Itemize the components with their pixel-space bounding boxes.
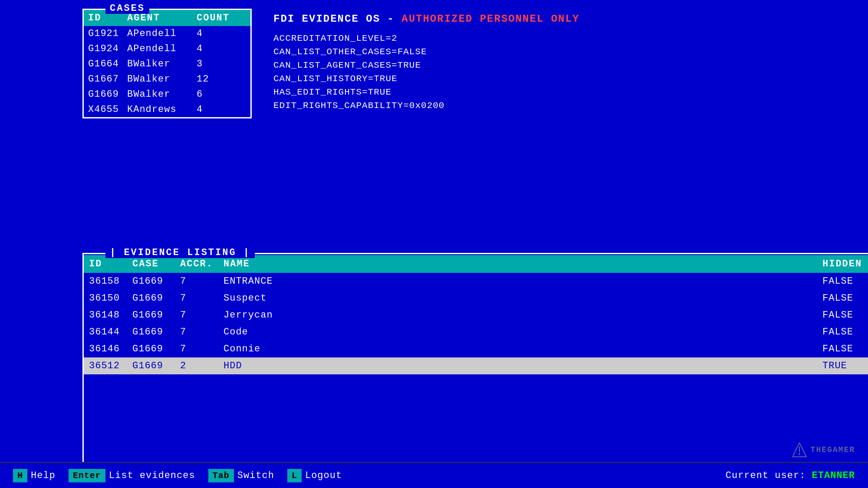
evidence-col-id: ID	[89, 259, 132, 269]
table-row[interactable]: 36150 G1669 7 Suspect FALSE TRUE	[84, 290, 868, 307]
bottom-key[interactable]: HHelp	[13, 469, 56, 482]
evidence-id: 36148	[89, 310, 132, 321]
evidence-accr: 7	[180, 293, 224, 304]
evidence-hidden: FALSE	[822, 276, 868, 287]
evidence-name: Connie	[224, 344, 822, 354]
key-label: Help	[31, 470, 56, 481]
cases-table-body: G1921APendell4G1924APendell4G1664BWalker…	[84, 26, 250, 117]
key-badge: H	[13, 469, 27, 482]
watermark: THEGAMER	[792, 442, 855, 458]
case-count: 4	[197, 104, 231, 115]
table-row[interactable]: 36512 G1669 2 HDD TRUE TRUE	[84, 357, 868, 374]
key-badge: L	[287, 469, 302, 482]
evidence-name: HDD	[224, 360, 822, 371]
current-user: Current user: ETANNER	[726, 470, 855, 481]
watermark-text: THEGAMER	[811, 445, 855, 454]
info-line: HAS_EDIT_RIGHTS=TRUE	[273, 87, 833, 97]
key-label: Switch	[237, 470, 274, 481]
case-count: 6	[197, 89, 231, 100]
bottom-bar: HHelpEnterList evidencesTabSwitchLLogout…	[0, 462, 868, 488]
info-line: CAN_LIST_OTHER_CASES=FALSE	[273, 47, 833, 57]
evidence-case: G1669	[132, 293, 180, 304]
info-lines: ACCREDITATION_LEVEL=2CAN_LIST_OTHER_CASE…	[273, 33, 833, 111]
key-badge: Tab	[208, 469, 234, 482]
key-badge: Enter	[69, 469, 105, 482]
table-row[interactable]: 36148 G1669 7 Jerrycan FALSE TRUE	[84, 307, 868, 324]
case-agent: APendell	[127, 28, 197, 39]
main-background: CASES ID AGENT COUNT G1921APendell4G1924…	[0, 0, 868, 488]
evidence-hidden: FALSE	[822, 344, 868, 354]
cases-panel-title: CASES	[105, 3, 149, 14]
case-agent: KAndrews	[127, 104, 197, 115]
key-label: List evidences	[109, 470, 195, 481]
evidence-hidden: FALSE	[822, 310, 868, 321]
evidence-name: Jerrycan	[224, 310, 822, 321]
bottom-key[interactable]: TabSwitch	[208, 469, 274, 482]
case-agent: BWalker	[127, 89, 197, 100]
bottom-keys: HHelpEnterList evidencesTabSwitchLLogout	[13, 469, 342, 482]
evidence-table-body: 36158 G1669 7 ENTRANCE FALSE TRUE 36150 …	[84, 273, 868, 374]
case-id: G1669	[88, 89, 127, 100]
table-row[interactable]: X4655KAndrews4	[84, 102, 250, 117]
evidence-name: ENTRANCE	[224, 276, 822, 287]
evidence-accr: 2	[180, 360, 224, 371]
cases-col-id: ID	[88, 13, 127, 23]
evidence-panel-title: | EVIDENCE LISTING |	[105, 247, 255, 258]
current-user-label: Current user:	[726, 470, 812, 481]
cases-panel: CASES ID AGENT COUNT G1921APendell4G1924…	[82, 9, 252, 118]
info-title-auth: AUTHORIZED PERSONNEL ONLY	[401, 13, 579, 25]
evidence-id: 36158	[89, 276, 132, 287]
evidence-accr: 7	[180, 276, 224, 287]
evidence-case: G1669	[132, 310, 180, 321]
bottom-key[interactable]: EnterList evidences	[69, 469, 195, 482]
info-line: ACCREDITATION_LEVEL=2	[273, 33, 833, 43]
case-id: G1667	[88, 74, 127, 85]
key-label: Logout	[305, 470, 342, 481]
current-username: ETANNER	[812, 470, 855, 481]
table-row[interactable]: G1924APendell4	[84, 41, 250, 56]
table-row[interactable]: G1669BWalker6	[84, 87, 250, 102]
table-row[interactable]: G1921APendell4	[84, 26, 250, 41]
evidence-panel: | EVIDENCE LISTING | ID CASE ACCR. NAME …	[82, 253, 868, 480]
evidence-case: G1669	[132, 276, 180, 287]
evidence-accr: 7	[180, 327, 224, 337]
info-title-plain: FDI EVIDENCE OS -	[273, 13, 401, 25]
case-id: G1664	[88, 59, 127, 69]
evidence-col-hidden: HIDDEN	[822, 259, 868, 269]
info-line: CAN_LIST_HISTORY=TRUE	[273, 74, 833, 84]
svg-point-2	[799, 453, 800, 455]
bottom-key[interactable]: LLogout	[287, 469, 342, 482]
evidence-id: 36146	[89, 344, 132, 354]
case-count: 12	[197, 74, 231, 85]
case-agent: BWalker	[127, 74, 197, 85]
cases-col-count: COUNT	[197, 13, 231, 23]
table-row[interactable]: 36158 G1669 7 ENTRANCE FALSE TRUE	[84, 273, 868, 290]
evidence-id: 36150	[89, 293, 132, 304]
case-id: X4655	[88, 104, 127, 115]
case-count: 3	[197, 59, 231, 69]
case-count: 4	[197, 43, 231, 54]
info-panel: FDI EVIDENCE OS - AUTHORIZED PERSONNEL O…	[273, 13, 833, 114]
table-row[interactable]: G1667BWalker12	[84, 72, 250, 87]
table-row[interactable]: 36144 G1669 7 Code FALSE TRUE	[84, 324, 868, 341]
evidence-id: 36144	[89, 327, 132, 337]
evidence-case: G1669	[132, 344, 180, 354]
evidence-case: G1669	[132, 360, 180, 371]
evidence-id: 36512	[89, 360, 132, 371]
evidence-col-case: CASE	[132, 259, 180, 269]
evidence-name: Code	[224, 327, 822, 337]
case-agent: BWalker	[127, 59, 197, 69]
evidence-name: Suspect	[224, 293, 822, 304]
table-row[interactable]: G1664BWalker3	[84, 56, 250, 72]
cases-col-agent: AGENT	[127, 13, 197, 23]
evidence-accr: 7	[180, 344, 224, 354]
evidence-hidden: FALSE	[822, 327, 868, 337]
evidence-hidden: FALSE	[822, 293, 868, 304]
table-row[interactable]: 36146 G1669 7 Connie FALSE TRUE	[84, 341, 868, 357]
evidence-accr: 7	[180, 310, 224, 321]
watermark-icon	[792, 442, 807, 458]
evidence-hidden: TRUE	[822, 360, 868, 371]
info-line: CAN_LIST_AGENT_CASES=TRUE	[273, 60, 833, 70]
evidence-case: G1669	[132, 327, 180, 337]
case-agent: APendell	[127, 43, 197, 54]
